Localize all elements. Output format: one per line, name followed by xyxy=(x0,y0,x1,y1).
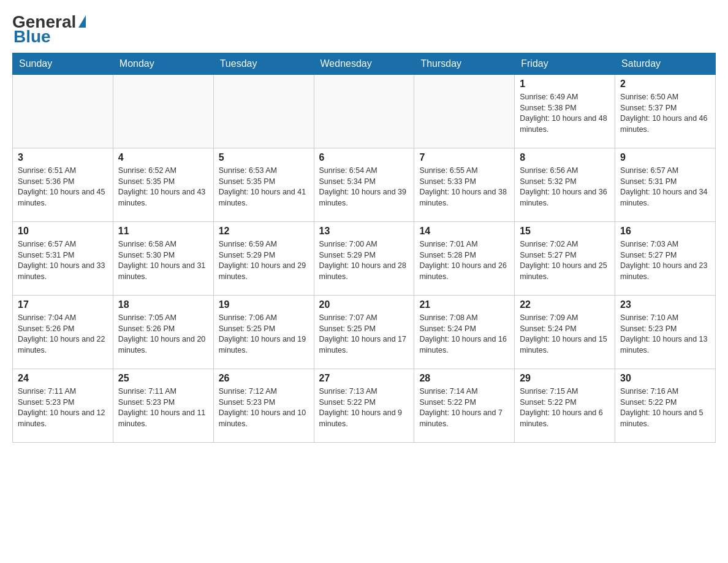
day-number: 21 xyxy=(419,299,509,310)
day-info: Sunrise: 7:13 AM Sunset: 5:22 PM Dayligh… xyxy=(319,386,409,429)
calendar-cell: 6Sunrise: 6:54 AM Sunset: 5:34 PM Daylig… xyxy=(314,148,414,222)
calendar-cell xyxy=(13,75,113,148)
calendar-cell: 8Sunrise: 6:56 AM Sunset: 5:32 PM Daylig… xyxy=(515,148,615,222)
calendar-cell: 9Sunrise: 6:57 AM Sunset: 5:31 PM Daylig… xyxy=(615,148,716,222)
day-number: 27 xyxy=(319,373,409,384)
day-number: 28 xyxy=(419,373,509,384)
calendar-cell xyxy=(314,75,414,148)
day-number: 12 xyxy=(219,226,309,237)
day-number: 15 xyxy=(520,226,610,237)
day-info: Sunrise: 7:05 AM Sunset: 5:26 PM Dayligh… xyxy=(118,313,208,356)
header-wednesday: Wednesday xyxy=(314,53,414,75)
logo: General Blue xyxy=(12,12,86,47)
calendar-cell: 21Sunrise: 7:08 AM Sunset: 5:24 PM Dayli… xyxy=(414,296,515,369)
calendar-cell xyxy=(414,75,515,148)
day-info: Sunrise: 7:11 AM Sunset: 5:23 PM Dayligh… xyxy=(118,386,208,429)
header-monday: Monday xyxy=(113,53,213,75)
day-number: 11 xyxy=(118,226,208,237)
day-info: Sunrise: 7:08 AM Sunset: 5:24 PM Dayligh… xyxy=(419,313,509,356)
page-header: General Blue xyxy=(12,12,716,47)
day-info: Sunrise: 7:01 AM Sunset: 5:28 PM Dayligh… xyxy=(419,239,509,282)
day-number: 26 xyxy=(219,373,309,384)
calendar-week-row: 3Sunrise: 6:51 AM Sunset: 5:36 PM Daylig… xyxy=(13,148,716,222)
day-info: Sunrise: 7:09 AM Sunset: 5:24 PM Dayligh… xyxy=(520,313,610,356)
calendar-cell: 11Sunrise: 6:58 AM Sunset: 5:30 PM Dayli… xyxy=(113,222,213,296)
day-number: 4 xyxy=(118,152,208,163)
calendar-cell: 26Sunrise: 7:12 AM Sunset: 5:23 PM Dayli… xyxy=(213,369,314,443)
day-info: Sunrise: 6:52 AM Sunset: 5:35 PM Dayligh… xyxy=(118,166,208,209)
logo-blue-text: Blue xyxy=(13,27,51,47)
day-info: Sunrise: 7:14 AM Sunset: 5:22 PM Dayligh… xyxy=(419,386,509,429)
day-info: Sunrise: 6:53 AM Sunset: 5:35 PM Dayligh… xyxy=(219,166,309,209)
calendar-cell: 12Sunrise: 6:59 AM Sunset: 5:29 PM Dayli… xyxy=(213,222,314,296)
day-info: Sunrise: 6:59 AM Sunset: 5:29 PM Dayligh… xyxy=(219,239,309,282)
day-info: Sunrise: 6:54 AM Sunset: 5:34 PM Dayligh… xyxy=(319,166,409,209)
day-number: 13 xyxy=(319,226,409,237)
day-info: Sunrise: 6:55 AM Sunset: 5:33 PM Dayligh… xyxy=(419,166,509,209)
day-info: Sunrise: 7:04 AM Sunset: 5:26 PM Dayligh… xyxy=(18,313,108,356)
day-number: 18 xyxy=(118,299,208,310)
day-number: 24 xyxy=(18,373,108,384)
day-number: 29 xyxy=(520,373,610,384)
calendar-cell: 17Sunrise: 7:04 AM Sunset: 5:26 PM Dayli… xyxy=(13,296,113,369)
header-friday: Friday xyxy=(515,53,615,75)
calendar-week-row: 10Sunrise: 6:57 AM Sunset: 5:31 PM Dayli… xyxy=(13,222,716,296)
logo-triangle-icon xyxy=(78,15,86,28)
day-number: 6 xyxy=(319,152,409,163)
calendar-cell: 20Sunrise: 7:07 AM Sunset: 5:25 PM Dayli… xyxy=(314,296,414,369)
header-saturday: Saturday xyxy=(615,53,716,75)
calendar-cell xyxy=(213,75,314,148)
calendar-week-row: 17Sunrise: 7:04 AM Sunset: 5:26 PM Dayli… xyxy=(13,296,716,369)
calendar-week-row: 24Sunrise: 7:11 AM Sunset: 5:23 PM Dayli… xyxy=(13,369,716,443)
calendar-cell: 7Sunrise: 6:55 AM Sunset: 5:33 PM Daylig… xyxy=(414,148,515,222)
day-number: 25 xyxy=(118,373,208,384)
day-number: 22 xyxy=(520,299,610,310)
day-number: 23 xyxy=(620,299,710,310)
calendar-cell: 4Sunrise: 6:52 AM Sunset: 5:35 PM Daylig… xyxy=(113,148,213,222)
day-number: 9 xyxy=(620,152,710,163)
calendar-cell: 5Sunrise: 6:53 AM Sunset: 5:35 PM Daylig… xyxy=(213,148,314,222)
day-info: Sunrise: 7:03 AM Sunset: 5:27 PM Dayligh… xyxy=(620,239,710,282)
calendar-cell xyxy=(113,75,213,148)
calendar-cell: 18Sunrise: 7:05 AM Sunset: 5:26 PM Dayli… xyxy=(113,296,213,369)
day-info: Sunrise: 6:49 AM Sunset: 5:38 PM Dayligh… xyxy=(520,92,610,135)
calendar-cell: 2Sunrise: 6:50 AM Sunset: 5:37 PM Daylig… xyxy=(615,75,716,148)
day-number: 5 xyxy=(219,152,309,163)
calendar-week-row: 1Sunrise: 6:49 AM Sunset: 5:38 PM Daylig… xyxy=(13,75,716,148)
header-sunday: Sunday xyxy=(13,53,113,75)
calendar-cell: 30Sunrise: 7:16 AM Sunset: 5:22 PM Dayli… xyxy=(615,369,716,443)
calendar-cell: 28Sunrise: 7:14 AM Sunset: 5:22 PM Dayli… xyxy=(414,369,515,443)
calendar-cell: 23Sunrise: 7:10 AM Sunset: 5:23 PM Dayli… xyxy=(615,296,716,369)
calendar-cell: 22Sunrise: 7:09 AM Sunset: 5:24 PM Dayli… xyxy=(515,296,615,369)
day-info: Sunrise: 6:57 AM Sunset: 5:31 PM Dayligh… xyxy=(620,166,710,209)
calendar-cell: 3Sunrise: 6:51 AM Sunset: 5:36 PM Daylig… xyxy=(13,148,113,222)
day-info: Sunrise: 7:11 AM Sunset: 5:23 PM Dayligh… xyxy=(18,386,108,429)
day-info: Sunrise: 6:50 AM Sunset: 5:37 PM Dayligh… xyxy=(620,92,710,135)
day-number: 17 xyxy=(18,299,108,310)
header-tuesday: Tuesday xyxy=(213,53,314,75)
calendar-cell: 15Sunrise: 7:02 AM Sunset: 5:27 PM Dayli… xyxy=(515,222,615,296)
day-info: Sunrise: 6:51 AM Sunset: 5:36 PM Dayligh… xyxy=(18,166,108,209)
day-number: 16 xyxy=(620,226,710,237)
day-number: 30 xyxy=(620,373,710,384)
day-number: 20 xyxy=(319,299,409,310)
calendar-cell: 27Sunrise: 7:13 AM Sunset: 5:22 PM Dayli… xyxy=(314,369,414,443)
day-info: Sunrise: 7:00 AM Sunset: 5:29 PM Dayligh… xyxy=(319,239,409,282)
day-info: Sunrise: 6:56 AM Sunset: 5:32 PM Dayligh… xyxy=(520,166,610,209)
day-info: Sunrise: 7:10 AM Sunset: 5:23 PM Dayligh… xyxy=(620,313,710,356)
day-info: Sunrise: 7:16 AM Sunset: 5:22 PM Dayligh… xyxy=(620,386,710,429)
calendar-cell: 13Sunrise: 7:00 AM Sunset: 5:29 PM Dayli… xyxy=(314,222,414,296)
day-info: Sunrise: 7:06 AM Sunset: 5:25 PM Dayligh… xyxy=(219,313,309,356)
calendar-cell: 24Sunrise: 7:11 AM Sunset: 5:23 PM Dayli… xyxy=(13,369,113,443)
day-info: Sunrise: 6:57 AM Sunset: 5:31 PM Dayligh… xyxy=(18,239,108,282)
calendar-table: Sunday Monday Tuesday Wednesday Thursday… xyxy=(12,53,716,443)
calendar-header-row: Sunday Monday Tuesday Wednesday Thursday… xyxy=(13,53,716,75)
calendar-cell: 1Sunrise: 6:49 AM Sunset: 5:38 PM Daylig… xyxy=(515,75,615,148)
day-info: Sunrise: 7:07 AM Sunset: 5:25 PM Dayligh… xyxy=(319,313,409,356)
day-info: Sunrise: 7:15 AM Sunset: 5:22 PM Dayligh… xyxy=(520,386,610,429)
day-number: 19 xyxy=(219,299,309,310)
calendar-cell: 14Sunrise: 7:01 AM Sunset: 5:28 PM Dayli… xyxy=(414,222,515,296)
day-number: 2 xyxy=(620,79,710,90)
day-info: Sunrise: 6:58 AM Sunset: 5:30 PM Dayligh… xyxy=(118,239,208,282)
calendar-cell: 25Sunrise: 7:11 AM Sunset: 5:23 PM Dayli… xyxy=(113,369,213,443)
